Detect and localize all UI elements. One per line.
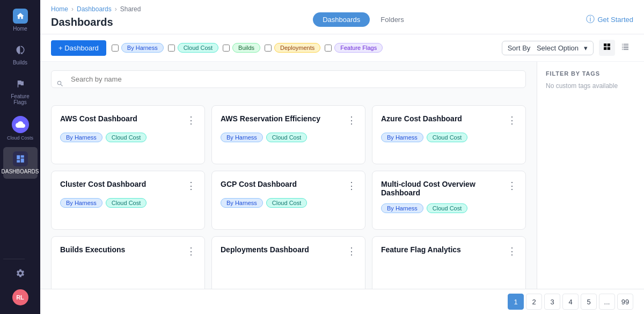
chip-by-harness[interactable]: By Harness	[121, 43, 164, 53]
filter-bar: + Dashboard By Harness Cloud Cost Builds…	[40, 34, 644, 62]
filter-cloud-cost-checkbox[interactable]	[168, 45, 175, 52]
card-tag: Cloud Cost	[106, 133, 147, 142]
search-wrapper	[51, 70, 526, 97]
breadcrumb-shared: Shared	[120, 5, 141, 13]
topbar-left: Home › Dashboards › Shared Dashboards	[51, 5, 141, 34]
card-menu-button[interactable]: ⋮	[507, 114, 517, 126]
settings-icon	[13, 266, 28, 281]
search-input[interactable]	[51, 70, 526, 88]
tab-folders[interactable]: Folders	[371, 12, 413, 27]
page-btn-4[interactable]: 4	[562, 294, 579, 310]
filter-builds-checkbox[interactable]	[223, 45, 230, 52]
card-tag: Cloud Cost	[266, 198, 307, 208]
grid-view-button[interactable]	[599, 40, 615, 56]
card-title: Cluster Cost Dashboard	[60, 180, 146, 188]
page-btn-99[interactable]: 99	[617, 294, 633, 310]
card-tag: Cloud Cost	[106, 198, 147, 208]
card-menu-button[interactable]: ⋮	[347, 245, 356, 257]
pagination: 12345...99	[40, 289, 644, 314]
card-menu-button[interactable]: ⋮	[347, 180, 356, 192]
chip-builds[interactable]: Builds	[232, 43, 260, 53]
sidebar-label-home: Home	[13, 26, 27, 32]
main-content: Home › Dashboards › Shared Dashboards Da…	[40, 0, 644, 314]
sidebar-divider	[3, 259, 25, 259]
dashboard-card-aws-reservation[interactable]: AWS Reservation Efficiency⋮By HarnessClo…	[211, 105, 365, 164]
filter-deployments-checkbox[interactable]	[265, 45, 272, 52]
card-tag: Cloud Cost	[427, 203, 467, 213]
sort-chevron-icon: ▾	[584, 44, 588, 52]
card-menu-button[interactable]: ⋮	[347, 114, 356, 126]
flag-icon	[13, 76, 28, 91]
card-tag: By Harness	[381, 203, 423, 213]
sidebar-item-cloud-costs[interactable]: Cloud Costs	[3, 112, 38, 145]
sidebar-item-home[interactable]: Home	[3, 4, 38, 36]
chip-cloud-cost[interactable]: Cloud Cost	[178, 43, 218, 53]
cards-grid: AWS Cost Dashboard⋮By HarnessCloud CostA…	[51, 105, 526, 289]
pagination-ellipsis[interactable]: ...	[599, 294, 615, 310]
sidebar-item-feature-flags[interactable]: Feature Flags	[3, 72, 38, 109]
filter-harness-checkbox[interactable]	[112, 45, 119, 52]
card-title: Multi-cloud Cost Overview Dashboard	[381, 180, 496, 197]
dashboard-card-multi-cloud[interactable]: Multi-cloud Cost Overview Dashboard⋮By H…	[372, 171, 526, 230]
card-menu-button[interactable]: ⋮	[507, 180, 517, 192]
breadcrumb-dashboards[interactable]: Dashboards	[77, 5, 112, 13]
breadcrumb-home[interactable]: Home	[51, 5, 68, 13]
dashboard-card-deployments-dashboard[interactable]: Deployments Dashboard⋮	[211, 236, 365, 289]
card-title: Feature Flag Analytics	[381, 245, 461, 254]
card-title: Builds Executions	[60, 245, 125, 254]
filter-cloud-cost: Cloud Cost	[168, 43, 218, 53]
topbar-right[interactable]: ⓘ Get Started	[586, 14, 633, 25]
dashboard-card-builds-executions[interactable]: Builds Executions⋮	[51, 236, 205, 289]
card-tag: By Harness	[60, 133, 103, 142]
sort-select[interactable]: Sort By Select Option ▾	[502, 41, 594, 55]
tab-dashboards[interactable]: Dashboards	[313, 12, 370, 27]
card-title: AWS Cost Dashboard	[60, 114, 137, 123]
dashboard-card-feature-flag-analytics[interactable]: Feature Flag Analytics⋮	[372, 236, 526, 289]
cloud-icon	[12, 116, 29, 133]
help-icon: ⓘ	[586, 14, 595, 25]
page-btn-2[interactable]: 2	[526, 294, 542, 310]
help-label[interactable]: Get Started	[598, 16, 633, 24]
card-title: GCP Cost Dashboard	[221, 180, 297, 188]
card-tag: By Harness	[60, 198, 103, 208]
sort-option: Select Option	[537, 44, 579, 52]
filter-tags-title: FILTER BY TAGS	[546, 70, 635, 77]
card-menu-button[interactable]: ⋮	[186, 114, 196, 126]
content-area: AWS Cost Dashboard⋮By HarnessCloud CostA…	[40, 62, 644, 289]
filter-flags-checkbox[interactable]	[325, 45, 332, 52]
card-menu-button[interactable]: ⋮	[186, 245, 196, 257]
builds-icon	[13, 42, 28, 57]
dashboards-icon	[13, 151, 28, 166]
list-view-button[interactable]	[617, 40, 633, 56]
filter-feature-flags: Feature Flags	[325, 43, 383, 53]
dashboard-card-gcp-cost[interactable]: GCP Cost Dashboard⋮By HarnessCloud Cost	[211, 171, 365, 230]
sidebar-item-settings[interactable]	[3, 261, 38, 285]
sidebar-item-builds[interactable]: Builds	[3, 38, 38, 70]
sort-label: Sort By	[508, 44, 531, 52]
filter-builds: Builds	[223, 43, 260, 53]
filter-by-harness: By Harness	[112, 43, 164, 53]
tab-bar: Dashboards Folders	[313, 12, 413, 27]
view-toggle	[599, 40, 633, 56]
sidebar-label-flags: Feature Flags	[5, 93, 35, 105]
chip-deployments[interactable]: Deployments	[274, 43, 320, 53]
page-btn-3[interactable]: 3	[544, 294, 560, 310]
page-btn-5[interactable]: 5	[581, 294, 597, 310]
page-title: Dashboards	[51, 14, 141, 34]
sidebar-bottom: RL	[3, 257, 38, 310]
home-icon	[13, 9, 28, 24]
sidebar-item-avatar[interactable]: RL	[3, 285, 38, 310]
filter-chip-group: By Harness Cloud Cost Builds Deployments…	[112, 43, 383, 53]
card-menu-button[interactable]: ⋮	[186, 180, 196, 192]
dashboard-card-azure-cost[interactable]: Azure Cost Dashboard⋮By HarnessCloud Cos…	[372, 105, 526, 164]
page-btn-1[interactable]: 1	[508, 294, 524, 310]
dashboard-card-aws-cost[interactable]: AWS Cost Dashboard⋮By HarnessCloud Cost	[51, 105, 205, 164]
sidebar: Home Builds Feature Flags Cloud Costs DA…	[0, 0, 40, 314]
chip-feature-flags[interactable]: Feature Flags	[334, 43, 383, 53]
add-dashboard-button[interactable]: + Dashboard	[51, 40, 106, 56]
card-menu-button[interactable]: ⋮	[507, 245, 517, 257]
sidebar-item-dashboards[interactable]: DASHBOARDS	[3, 147, 38, 179]
avatar[interactable]: RL	[12, 289, 28, 305]
dashboard-card-cluster-cost[interactable]: Cluster Cost Dashboard⋮By HarnessCloud C…	[51, 171, 205, 230]
dashboard-main: AWS Cost Dashboard⋮By HarnessCloud CostA…	[40, 62, 537, 289]
